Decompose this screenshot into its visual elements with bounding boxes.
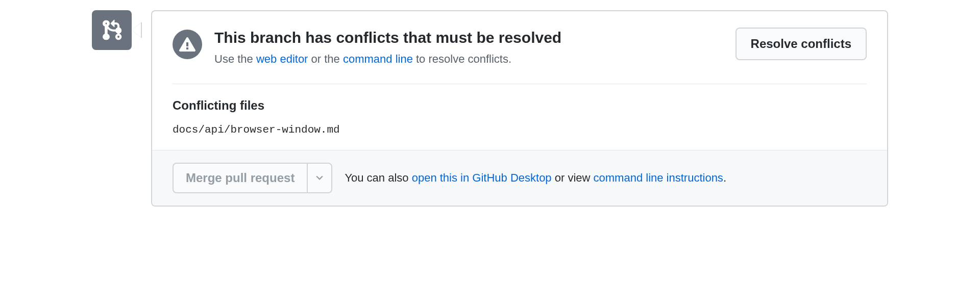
- pull-request-badge: [92, 10, 132, 50]
- github-desktop-link[interactable]: open this in GitHub Desktop: [412, 171, 552, 184]
- git-pull-request-icon: [101, 19, 123, 41]
- command-line-link[interactable]: command line: [343, 53, 413, 65]
- conflicting-files-heading: Conflicting files: [173, 98, 867, 113]
- conflict-subtitle: Use the web editor or the command line t…: [214, 52, 723, 67]
- warning-icon: [173, 30, 202, 59]
- command-line-instructions-link[interactable]: command line instructions: [594, 171, 723, 184]
- caret-down-icon: [316, 175, 323, 181]
- resolve-conflicts-button[interactable]: Resolve conflicts: [736, 28, 867, 60]
- merge-footer: Merge pull request You can also open thi…: [152, 150, 887, 206]
- conflicting-file-item: docs/api/browser-window.md: [173, 124, 867, 136]
- merge-dropdown-button[interactable]: [307, 163, 332, 193]
- merge-pull-request-button[interactable]: Merge pull request: [173, 163, 307, 193]
- merge-status-card: This branch has conflicts that must be r…: [151, 10, 888, 207]
- web-editor-link[interactable]: web editor: [256, 53, 308, 65]
- footer-help-text: You can also open this in GitHub Desktop…: [345, 171, 726, 185]
- divider: [173, 84, 867, 84]
- conflict-title: This branch has conflicts that must be r…: [214, 28, 723, 47]
